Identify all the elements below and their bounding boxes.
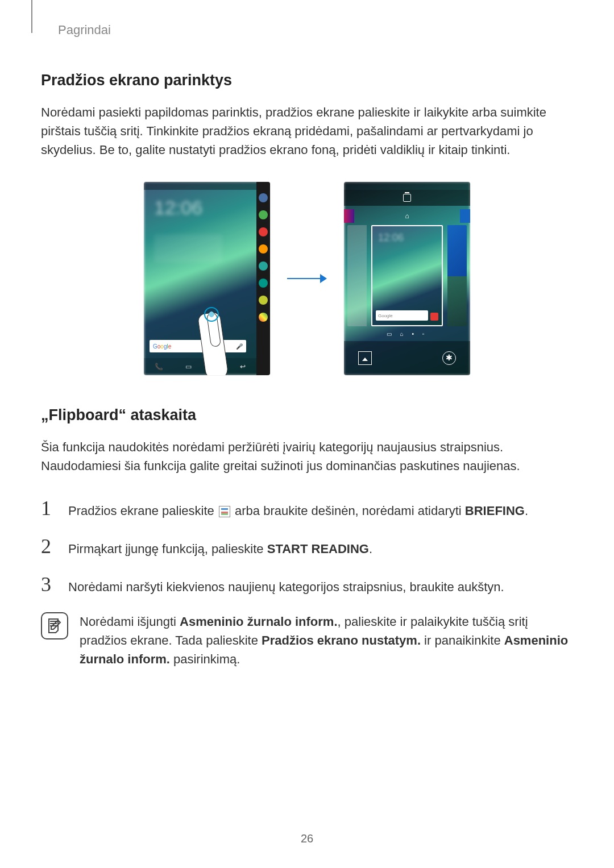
bottom-options bbox=[344, 341, 470, 375]
figure-phone-left: 12:06 Google 🎤 📞 ▭ ⌂ ↩ bbox=[144, 182, 270, 375]
widgets-icon bbox=[400, 351, 414, 365]
edge-icon bbox=[259, 279, 268, 288]
nav-bar: 📞 ▭ ⌂ ↩ bbox=[144, 358, 256, 375]
step-text: Pirmąkart įjungę funkciją, palieskite ST… bbox=[68, 536, 573, 558]
page-content: Pagrindai Pradžios ekrano parinktys Norė… bbox=[0, 0, 614, 668]
edge-icon bbox=[259, 227, 268, 236]
edge-icon bbox=[259, 296, 268, 305]
breadcrumb: Pagrindai bbox=[58, 23, 573, 38]
edge-icon bbox=[259, 210, 268, 219]
trash-icon bbox=[403, 194, 411, 202]
section-heading-home-options: Pradžios ekrano parinktys bbox=[41, 72, 573, 89]
section-heading-flipboard: „Flipboard“ ataskaita bbox=[41, 406, 573, 424]
step-number: 2 bbox=[41, 536, 57, 556]
remove-bar bbox=[344, 190, 470, 206]
edge-icon bbox=[259, 261, 268, 271]
recent-icon: ▭ bbox=[185, 363, 192, 371]
arrow-icon bbox=[287, 273, 327, 284]
figure-row: 12:06 Google 🎤 📞 ▭ ⌂ ↩ bbox=[41, 182, 573, 375]
weather-widget bbox=[154, 234, 222, 263]
margin-rule bbox=[31, 0, 32, 33]
note-icon bbox=[41, 612, 68, 639]
note-text: Norėdami išjungti Asmeninio žurnalo info… bbox=[80, 612, 573, 668]
edge-badge bbox=[430, 313, 438, 321]
step-text: Pradžios ekrane palieskite arba braukite… bbox=[68, 498, 573, 520]
step-2: 2 Pirmąkart įjungę funkciją, palieskite … bbox=[41, 536, 573, 558]
panel-preview-left bbox=[347, 225, 367, 326]
step-text: Norėdami naršyti kiekvienos naujienų kat… bbox=[68, 574, 573, 596]
phone-icon: 📞 bbox=[155, 363, 163, 371]
step-3: 3 Norėdami naršyti kiekvienos naujienų k… bbox=[41, 574, 573, 596]
step-number: 1 bbox=[41, 498, 57, 518]
panel-preview-main: 12:06 Google bbox=[371, 225, 443, 326]
panel-indicator-bar: ⌂ bbox=[344, 209, 470, 223]
step-list: 1 Pradžios ekrane palieskite arba brauki… bbox=[41, 498, 573, 596]
status-bar bbox=[344, 182, 470, 190]
panel-preview-right bbox=[447, 225, 467, 326]
edge-icon bbox=[259, 193, 268, 202]
edge-icon bbox=[259, 244, 268, 254]
briefing-icon bbox=[219, 506, 230, 517]
page-number: 26 bbox=[301, 832, 313, 845]
mic-icon: 🎤 bbox=[236, 343, 243, 350]
step-number: 3 bbox=[41, 574, 57, 595]
settings-icon bbox=[442, 351, 456, 365]
home-icon: ⌂ bbox=[214, 363, 218, 371]
note-row: Norėdami išjungti Asmeninio žurnalo info… bbox=[41, 612, 573, 668]
clock-widget: 12:06 bbox=[154, 197, 211, 225]
figure-phone-right: ⌂ 12:06 Google ▭ ⌂ • ▫ bbox=[344, 182, 470, 375]
edge-icon bbox=[259, 313, 268, 322]
home-icon: ⌂ bbox=[405, 212, 409, 220]
step-1: 1 Pradžios ekrane palieskite arba brauki… bbox=[41, 498, 573, 520]
section-body-flipboard: Šia funkcija naudokitės norėdami peržiūr… bbox=[41, 438, 573, 475]
search-bar: Google 🎤 bbox=[150, 340, 246, 352]
wallpapers-icon bbox=[358, 351, 372, 365]
edge-panel bbox=[256, 182, 270, 375]
status-bar bbox=[144, 182, 270, 190]
section-body-home-options: Norėdami pasiekti papildomas parinktis, … bbox=[41, 103, 573, 159]
page-dots: ▭ ⌂ • ▫ bbox=[344, 331, 470, 337]
back-icon: ↩ bbox=[240, 363, 246, 371]
search-bar: Google bbox=[376, 310, 428, 321]
clock-widget: 12:06 bbox=[378, 232, 404, 244]
